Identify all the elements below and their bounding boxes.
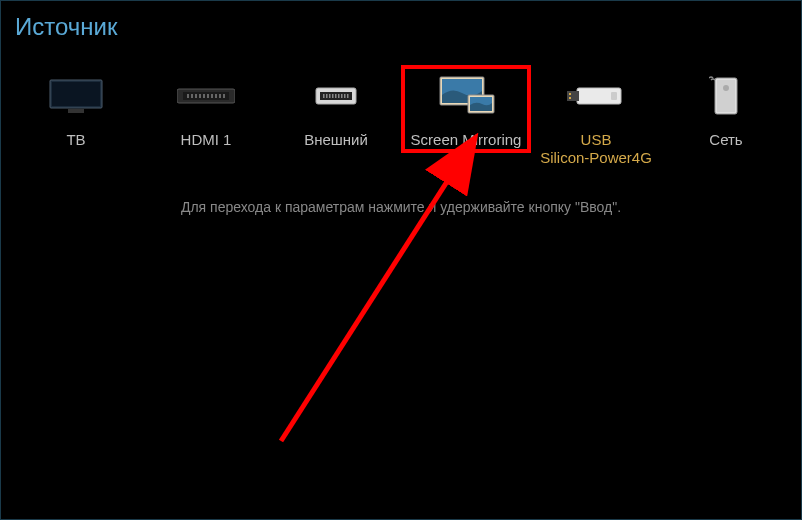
svg-rect-32 [569,93,571,95]
source-label: USB Silicon-Power4G [540,131,652,167]
source-label: Сеть [709,131,742,149]
source-label: Screen Mirroring [411,131,522,149]
svg-rect-8 [199,94,201,98]
source-label: HDMI 1 [181,131,232,149]
svg-rect-4 [183,92,229,100]
svg-rect-1 [52,82,100,106]
hdmi-icon [177,71,235,121]
header: Источник [1,1,801,47]
svg-rect-6 [191,94,193,98]
screen-mirroring-icon [436,71,496,121]
svg-rect-10 [207,94,209,98]
svg-rect-18 [326,94,328,98]
hint-text: Для перехода к параметрам нажмите и удер… [1,199,801,215]
svg-rect-23 [341,94,343,98]
svg-rect-21 [335,94,337,98]
source-network[interactable]: Сеть [661,65,791,153]
network-icon [709,71,743,121]
svg-rect-24 [344,94,346,98]
svg-rect-5 [187,94,189,98]
source-label: ТВ [66,131,85,149]
source-label: Внешний [304,131,368,149]
page-title: Источник [15,13,787,41]
sources-row: ТВ HDMI 1 [1,47,801,171]
source-external[interactable]: Внешний [271,65,401,153]
source-usb[interactable]: USB Silicon-Power4G [531,65,661,171]
svg-rect-7 [195,94,197,98]
svg-rect-34 [611,92,617,100]
svg-rect-36 [717,80,735,112]
source-hdmi1[interactable]: HDMI 1 [141,65,271,153]
svg-rect-19 [329,94,331,98]
svg-rect-22 [338,94,340,98]
svg-rect-31 [567,91,579,101]
svg-rect-17 [323,94,325,98]
svg-rect-14 [223,94,225,98]
svg-rect-25 [347,94,349,98]
svg-rect-11 [211,94,213,98]
source-tv[interactable]: ТВ [11,65,141,153]
svg-rect-13 [219,94,221,98]
tv-icon [48,71,104,121]
svg-rect-9 [203,94,205,98]
svg-rect-12 [215,94,217,98]
svg-point-37 [723,85,729,91]
svg-line-39 [281,141,473,441]
source-screen-mirroring[interactable]: Screen Mirroring [401,65,531,153]
svg-rect-20 [332,94,334,98]
svg-rect-2 [68,109,84,113]
usb-icon [567,71,625,121]
svg-rect-33 [569,97,571,99]
ext-icon [314,71,358,121]
